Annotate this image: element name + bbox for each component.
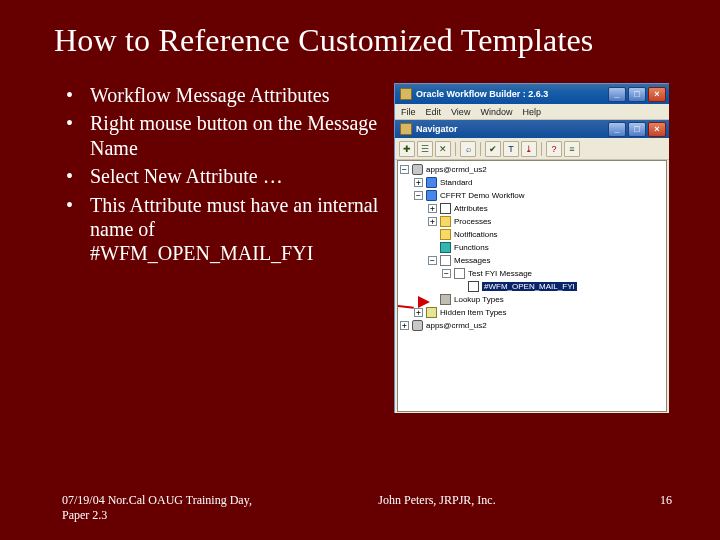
tool-new[interactable]: ✚	[399, 141, 415, 157]
attribute-icon	[468, 281, 479, 292]
spacer	[428, 295, 437, 304]
tree[interactable]: −apps@crmd_us2 +Standard −CFFRT Demo Wor…	[398, 161, 666, 334]
tree-label: Hidden Item Types	[440, 308, 507, 317]
tree-label: apps@crmd_us2	[426, 165, 487, 174]
tree-label: Functions	[454, 243, 489, 252]
tree-label-selected: #WFM_OPEN_MAIL_FYI	[482, 282, 577, 291]
menu-view[interactable]: View	[451, 107, 470, 117]
tree-label: CFFRT Demo Workflow	[440, 191, 524, 200]
tree-root[interactable]: −apps@crmd_us2	[400, 163, 666, 176]
bullet-item: Workflow Message Attributes	[62, 83, 382, 111]
tree-hidden-types[interactable]: +Hidden Item Types	[400, 306, 666, 319]
datastore-icon	[412, 164, 423, 175]
tool-help[interactable]: ?	[546, 141, 562, 157]
menu-file[interactable]: File	[401, 107, 416, 117]
window-buttons: _ □ ×	[608, 87, 666, 102]
navigator-title: Navigator	[416, 124, 608, 134]
footer-center: John Peters, JRPJR, Inc.	[262, 493, 612, 508]
message-icon	[454, 268, 465, 279]
tree-label: Attributes	[454, 204, 488, 213]
tree-attributes[interactable]: +Attributes	[400, 202, 666, 215]
window-titlebar: Oracle Workflow Builder : 2.6.3 _ □ ×	[395, 84, 669, 104]
tool-filter[interactable]: ≡	[564, 141, 580, 157]
tool-find[interactable]: ⌕	[460, 141, 476, 157]
tree-functions[interactable]: Functions	[400, 241, 666, 254]
tree-lookup-types[interactable]: Lookup Types	[400, 293, 666, 306]
close-button[interactable]: ×	[648, 87, 666, 102]
tool-verify[interactable]: ✔	[485, 141, 501, 157]
notifications-icon	[440, 229, 451, 240]
attributes-icon	[440, 203, 451, 214]
expand-icon[interactable]: +	[428, 217, 437, 226]
expand-icon[interactable]: +	[428, 204, 437, 213]
tree-label: Lookup Types	[454, 295, 504, 304]
spacer	[456, 282, 465, 291]
collapse-icon[interactable]: −	[400, 165, 409, 174]
item-type-icon	[426, 190, 437, 201]
minimize-button[interactable]: _	[608, 87, 626, 102]
slide-footer: 07/19/04 Nor.Cal OAUG Training Day, Pape…	[0, 493, 720, 522]
collapse-icon[interactable]: −	[442, 269, 451, 278]
lookup-icon	[440, 294, 451, 305]
bullet-list: Workflow Message Attributes Right mouse …	[62, 83, 382, 413]
nav-minimize-button[interactable]: _	[608, 122, 626, 137]
tree-label: Processes	[454, 217, 491, 226]
tree-item-demo[interactable]: −CFFRT Demo Workflow	[400, 189, 666, 202]
hidden-icon	[426, 307, 437, 318]
maximize-button[interactable]: □	[628, 87, 646, 102]
tree-label: Notifications	[454, 230, 498, 239]
slide: How to Reference Customized Templates Wo…	[0, 0, 720, 540]
collapse-icon[interactable]: −	[428, 256, 437, 265]
menu-window[interactable]: Window	[480, 107, 512, 117]
tree-label: Messages	[454, 256, 490, 265]
toolbar: ✚ ☰ ✕ ⌕ ✔ T ⤓ ? ≡	[395, 138, 669, 160]
tree-messages[interactable]: −Messages	[400, 254, 666, 267]
tool-delete[interactable]: ✕	[435, 141, 451, 157]
window-title: Oracle Workflow Builder : 2.6.3	[416, 89, 608, 99]
bullet-item: This Attribute must have an internal nam…	[62, 193, 382, 270]
expand-icon[interactable]: +	[414, 178, 423, 187]
messages-icon	[440, 255, 451, 266]
tool-collapse[interactable]: ⤓	[521, 141, 537, 157]
tree-label: Test FYI Message	[468, 269, 532, 278]
tree-message-fyi[interactable]: −Test FYI Message	[400, 267, 666, 280]
app-screenshot: Oracle Workflow Builder : 2.6.3 _ □ × Fi…	[394, 83, 669, 413]
tree-notifications[interactable]: Notifications	[400, 228, 666, 241]
menu-help[interactable]: Help	[522, 107, 541, 117]
processes-icon	[440, 216, 451, 227]
tool-properties[interactable]: ☰	[417, 141, 433, 157]
bullet-item: Select New Attribute …	[62, 164, 382, 192]
functions-icon	[440, 242, 451, 253]
slide-title: How to Reference Customized Templates	[0, 0, 720, 59]
tree-label: apps@crmd_us2	[426, 321, 487, 330]
tree-message-attr-selected[interactable]: #WFM_OPEN_MAIL_FYI	[400, 280, 666, 293]
navigator-titlebar: Navigator _ □ ×	[395, 120, 669, 138]
toolbar-sep	[541, 142, 542, 156]
footer-page: 16	[612, 493, 672, 508]
collapse-icon[interactable]: −	[414, 191, 423, 200]
nav-close-button[interactable]: ×	[648, 122, 666, 137]
item-type-icon	[426, 177, 437, 188]
spacer	[428, 243, 437, 252]
datastore-icon	[412, 320, 423, 331]
toolbar-sep	[455, 142, 456, 156]
expand-icon[interactable]: +	[400, 321, 409, 330]
nav-maximize-button[interactable]: □	[628, 122, 646, 137]
menubar: File Edit View Window Help	[395, 104, 669, 120]
tree-label: Standard	[440, 178, 472, 187]
bullet-item: Right mouse button on the Message Name	[62, 111, 382, 164]
tree-root-2[interactable]: +apps@crmd_us2	[400, 319, 666, 332]
tool-expand[interactable]: T	[503, 141, 519, 157]
navigator-icon	[400, 123, 412, 135]
expand-icon[interactable]: +	[414, 308, 423, 317]
spacer	[428, 230, 437, 239]
app-icon	[400, 88, 412, 100]
footer-left: 07/19/04 Nor.Cal OAUG Training Day, Pape…	[62, 493, 262, 522]
tree-processes[interactable]: +Processes	[400, 215, 666, 228]
tree-item-standard[interactable]: +Standard	[400, 176, 666, 189]
content-row: Workflow Message Attributes Right mouse …	[0, 59, 720, 413]
toolbar-sep	[480, 142, 481, 156]
menu-edit[interactable]: Edit	[426, 107, 442, 117]
tree-area: −apps@crmd_us2 +Standard −CFFRT Demo Wor…	[397, 160, 667, 412]
